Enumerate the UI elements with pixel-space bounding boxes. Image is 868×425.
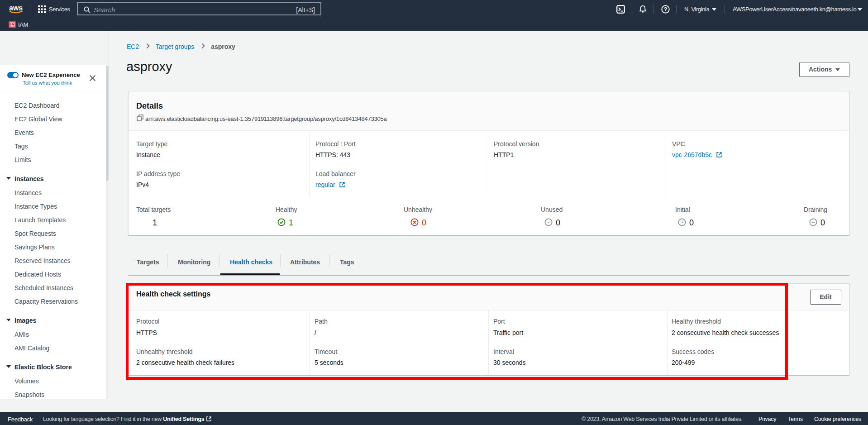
svg-text:?: ? [664, 6, 668, 13]
svg-text:aws: aws [9, 4, 23, 12]
